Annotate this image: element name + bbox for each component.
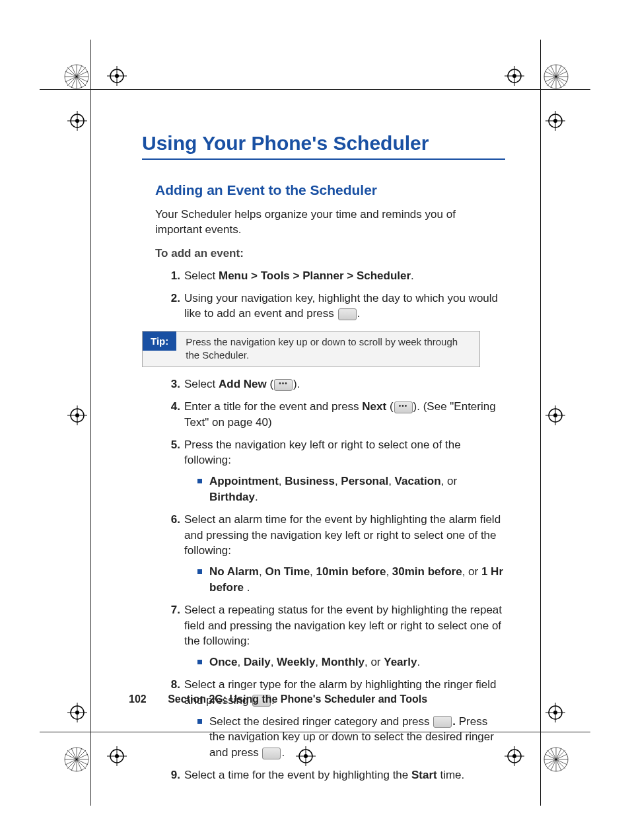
- svg-point-40: [508, 750, 521, 763]
- sep: ,: [310, 565, 316, 578]
- registration-mark-icon: [67, 111, 87, 131]
- next-label: Next: [362, 400, 386, 413]
- tip-text: Press the navigation key up or down to s…: [176, 332, 479, 367]
- sunburst-icon: [543, 63, 569, 90]
- sep: , or: [365, 656, 384, 668]
- registration-mark-icon: [545, 703, 565, 722]
- option: Weekly: [277, 656, 315, 668]
- menu-key-icon: [338, 308, 357, 320]
- step-4: Enter a title for the event and press Ne…: [155, 399, 505, 431]
- svg-point-32: [110, 750, 123, 763]
- option: Yearly: [384, 656, 417, 668]
- menu-key-icon: [433, 716, 452, 728]
- sunburst-icon: [63, 63, 90, 90]
- step-text: .: [357, 307, 361, 320]
- sub-text: Select the desired ringer category and p…: [209, 715, 433, 728]
- start-label: Start: [411, 769, 437, 781]
- crop-line: [90, 40, 91, 806]
- svg-point-21: [553, 413, 557, 417]
- step-6: Select an alarm time for the event by hi…: [155, 512, 505, 596]
- crop-line: [40, 89, 590, 90]
- step-text: Select a time for the event by highlight…: [184, 769, 411, 781]
- svg-line-75: [547, 750, 565, 769]
- sep: ,: [386, 565, 392, 578]
- option: Birthday: [209, 491, 255, 503]
- sep: ,: [279, 475, 285, 487]
- sep: , or: [462, 565, 481, 578]
- svg-line-59: [551, 65, 561, 88]
- svg-line-68: [71, 748, 82, 771]
- option: Once: [209, 656, 238, 668]
- step-text: Select: [184, 378, 219, 390]
- option: 30min before: [392, 565, 462, 578]
- step-2: Using your navigation key, highlight the…: [155, 291, 505, 322]
- registration-mark-icon: [107, 746, 127, 766]
- steps-list-continued: Select Add New (). Enter a title for the…: [155, 376, 505, 783]
- registration-mark-icon: [67, 405, 87, 425]
- option: Vacation: [395, 475, 441, 487]
- title-rule: [142, 158, 505, 160]
- svg-line-69: [65, 754, 88, 765]
- step-1: Select Menu > Tools > Planner > Schedule…: [155, 268, 505, 284]
- option: On Time: [265, 565, 310, 578]
- svg-line-51: [65, 71, 88, 82]
- page-number: 102: [129, 693, 147, 705]
- registration-mark-icon: [505, 66, 524, 86]
- svg-line-76: [551, 748, 561, 771]
- tip-label: Tip:: [143, 332, 176, 351]
- step-text: (: [267, 378, 273, 390]
- svg-point-28: [549, 706, 562, 719]
- crop-line: [540, 40, 541, 806]
- svg-point-62: [65, 748, 88, 771]
- step-text: Select a repeating status for the event …: [184, 604, 502, 648]
- intro-text: Your Scheduler helps organize your time …: [155, 207, 505, 238]
- svg-line-78: [545, 754, 567, 765]
- step-7-options: Once, Daily, Weekly, Monthly, or Yearly.: [197, 654, 505, 670]
- svg-point-53: [544, 65, 568, 88]
- step-7: Select a repeating status for the event …: [155, 602, 505, 670]
- svg-line-66: [67, 750, 86, 769]
- svg-point-25: [75, 711, 79, 715]
- sub-row: Select the desired ringer category and p…: [197, 714, 505, 761]
- svg-point-20: [549, 409, 562, 422]
- add-new-label: Add New: [219, 378, 267, 390]
- step-text: Enter a title for the event and press: [184, 400, 362, 413]
- page-footer: 102 Section 2G: Using the Phone's Schedu…: [129, 693, 427, 705]
- sep: .: [417, 656, 420, 668]
- svg-point-12: [549, 114, 562, 127]
- option-row: Once, Daily, Weekly, Monthly, or Yearly.: [197, 654, 505, 670]
- step-text: Select an alarm time for the event by hi…: [184, 513, 501, 557]
- svg-line-50: [71, 65, 82, 88]
- svg-line-70: [65, 754, 88, 765]
- step-8-sub: Select the desired ringer category and p…: [197, 714, 505, 761]
- svg-line-65: [67, 750, 86, 769]
- svg-point-1: [115, 74, 119, 78]
- menu-key-icon: [262, 748, 281, 759]
- sep: ,: [315, 656, 321, 668]
- svg-line-56: [547, 67, 565, 86]
- svg-line-60: [545, 71, 567, 82]
- sep: .: [255, 491, 258, 503]
- svg-line-49: [71, 65, 82, 88]
- svg-point-17: [75, 413, 79, 417]
- page-title: Using Your Phone's Scheduler: [142, 132, 505, 155]
- svg-point-41: [512, 754, 516, 758]
- svg-line-48: [67, 67, 86, 86]
- svg-line-57: [547, 67, 565, 86]
- step-9: Select a time for the event by highlight…: [155, 767, 505, 783]
- option: Monthly: [322, 656, 365, 668]
- step-text: ).: [293, 378, 300, 390]
- svg-point-4: [508, 69, 521, 83]
- option: Daily: [244, 656, 271, 668]
- option: Business: [285, 475, 335, 487]
- softkey-dots-icon: [274, 379, 293, 391]
- svg-line-61: [545, 71, 567, 82]
- softkey-dots-icon: [394, 402, 413, 413]
- svg-point-71: [544, 748, 568, 771]
- sep: , or: [441, 475, 458, 487]
- registration-mark-icon: [505, 746, 524, 766]
- step-5: Press the navigation key left or right t…: [155, 437, 505, 505]
- step-text: Press the navigation key left or right t…: [184, 438, 461, 467]
- lead-text: To add an event:: [155, 247, 505, 260]
- step-text: .: [411, 269, 414, 282]
